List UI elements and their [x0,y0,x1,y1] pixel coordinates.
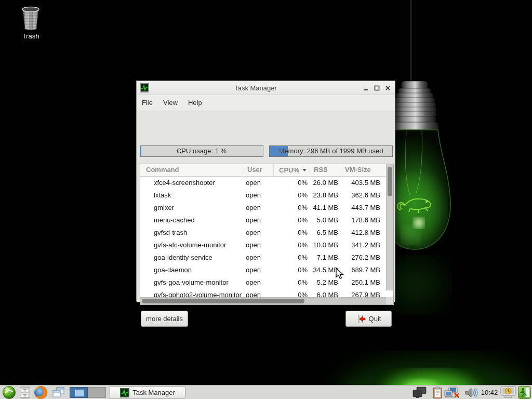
dual-monitors-icon [413,387,427,399]
quit-button[interactable]: Quit [345,311,392,327]
cell-user: open [243,189,274,202]
cell-cpu: 0% [274,177,310,189]
cell-rss: 7.1 MB [310,251,341,264]
table-row[interactable]: goa-daemonopen0%34.5 MB689.7 MB [140,264,393,276]
logout-tray[interactable] [517,386,531,399]
table-row[interactable]: goa-identity-serviceopen0%7.1 MB276.2 MB [140,251,393,264]
workspace-window-preview [75,390,84,396]
cell-user: open [243,264,274,276]
sort-descending-icon [302,169,307,174]
cell-user: open [243,202,274,214]
table-row[interactable]: lxtaskopen0%23.8 MB362.6 MB [140,189,393,202]
more-details-label: more details [146,315,183,323]
mouse-cursor [335,267,345,280]
column-header-cpu[interactable]: CPU% [274,164,310,176]
cell-user: open [243,214,274,227]
table-row[interactable]: gmixeropen0%41.1 MB443.7 MB [140,202,393,214]
scrollbar-corner [386,297,393,304]
menu-help[interactable]: Help [183,97,207,109]
task-manager-icon [120,388,129,397]
cell-user: open [243,177,274,189]
firefox-icon [34,385,48,399]
workspace-pager [70,386,106,399]
cell-rss: 6.5 MB [310,227,341,239]
cell-command: gvfs-afc-volume-monitor [140,239,243,251]
table-row[interactable]: gvfs-goa-volume-monitoropen0%5.2 MB250.1… [140,276,393,289]
display-settings-tray[interactable] [412,386,427,399]
logout-icon [518,386,531,399]
cell-cpu: 0% [274,189,310,202]
vertical-scrollbar-thumb[interactable] [388,167,392,196]
network-offline-icon [444,387,461,399]
show-desktop-button[interactable] [51,386,65,399]
cell-cpu: 0% [274,239,310,251]
column-header-command[interactable]: Command [140,164,243,176]
cell-rss: 26.0 MB [310,177,341,189]
cell-user: open [243,239,274,251]
menubar: File View Help [137,95,395,110]
workspace-2[interactable] [88,387,106,398]
table-row[interactable]: gvfs-afc-volume-monitoropen0%10.0 MB341.… [140,239,393,251]
table-row[interactable]: menu-cachedopen0%5.0 MB178.6 MB [140,214,393,227]
firefox-button[interactable] [33,386,48,399]
network-status-tray[interactable] [444,386,461,399]
start-menu-button[interactable] [2,386,16,399]
titlebar[interactable]: Task Manager [137,81,395,95]
horizontal-scrollbar-thumb[interactable] [142,299,304,303]
menu-view[interactable]: View [158,97,183,109]
file-cabinet-icon [19,387,31,398]
taskbar-task-button[interactable]: Task Manager [110,386,185,399]
cell-cpu: 0% [274,227,310,239]
file-manager-button[interactable] [18,386,31,399]
horizontal-scrollbar[interactable] [140,297,387,304]
cell-command: gmixer [140,202,243,214]
cell-cpu: 0% [274,214,310,227]
vertical-scrollbar[interactable] [386,164,393,290]
exit-door-icon [356,314,367,324]
windows-icon [51,387,65,398]
cell-command: gvfs-goa-volume-monitor [140,276,243,289]
taskbar-clock[interactable]: 10:42 [480,386,499,399]
cell-rss: 23.8 MB [310,189,341,202]
cell-cpu: 0% [274,251,310,264]
trash-desktop-icon[interactable]: Trash [14,4,48,40]
table-header: Command User CPU% RSS VM-Size [140,164,393,177]
cell-rss: 10.0 MB [310,239,341,251]
cell-vm: 341.2 MB [341,239,387,251]
maximize-button[interactable] [373,84,381,92]
task-manager-window: Task Manager File View Help [136,81,395,301]
cpu-usage-label: CPU usage: 1 % [140,146,263,156]
trash-basket-icon [14,4,48,31]
workspace-1[interactable] [70,387,88,398]
table-row[interactable]: gvfsd-trashopen0%6.5 MB412.8 MB [140,227,393,239]
table-row[interactable]: xfce4-screenshooteropen0%26.0 MB403.5 MB [140,177,393,189]
clipboard-manager-tray[interactable] [431,386,444,399]
opensuse-start-icon [3,386,16,399]
minimize-button[interactable] [362,84,370,92]
column-header-rss[interactable]: RSS [310,164,341,176]
column-header-user[interactable]: User [243,164,274,176]
taskbar: Task Manager [0,385,532,399]
column-header-vmsize[interactable]: VM-Size [341,164,387,176]
desktop: Trash Task Manager [0,0,532,399]
volume-tray[interactable] [464,386,478,399]
quit-label: Quit [369,315,381,323]
cell-rss: 41.1 MB [310,202,341,214]
cell-command: xfce4-screenshooter [140,177,243,189]
cell-command: goa-daemon [140,264,243,276]
screensaver-tray[interactable] [499,386,516,399]
cell-user: open [243,251,274,264]
process-table: Command User CPU% RSS VM-Size xfce4-scre… [140,164,394,305]
cell-vm: 250.1 MB [341,276,387,289]
memory-usage-bar: Memory: 296 MB of 1999 MB used Memory: 2… [269,145,393,157]
cell-vm: 443.7 MB [341,202,387,214]
close-button[interactable] [384,84,392,92]
more-details-button[interactable]: more details [141,311,188,327]
cell-cpu: 0% [274,264,310,276]
cell-vm: 689.7 MB [341,264,387,276]
task-button-label: Task Manager [132,389,175,396]
cell-command: goa-identity-service [140,251,243,264]
cell-command: menu-cached [140,214,243,227]
menu-file[interactable]: File [137,97,158,109]
column-header-cpu-label: CPU% [279,165,299,176]
